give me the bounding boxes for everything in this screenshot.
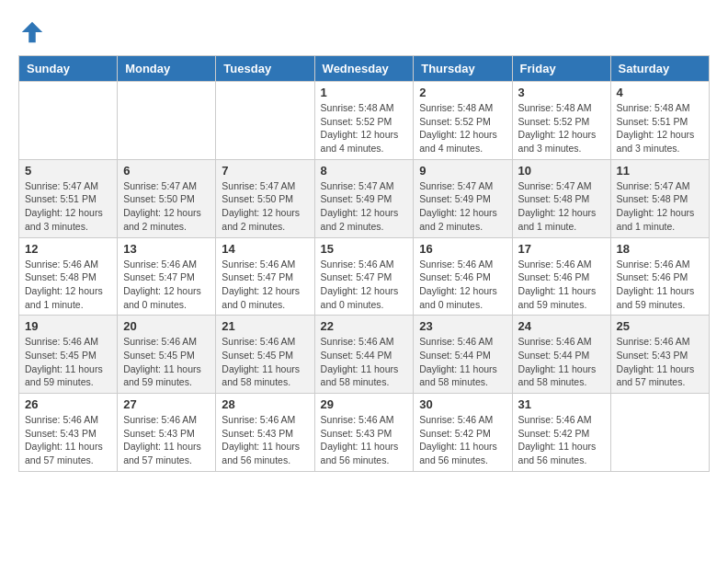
day-info: Sunrise: 5:46 AM Sunset: 5:45 PM Dayligh… — [25, 335, 111, 389]
calendar-cell — [19, 82, 118, 160]
calendar-cell: 25Sunrise: 5:46 AM Sunset: 5:43 PM Dayli… — [610, 316, 709, 394]
day-info: Sunrise: 5:47 AM Sunset: 5:48 PM Dayligh… — [617, 179, 703, 234]
calendar-cell: 26Sunrise: 5:46 AM Sunset: 5:43 PM Dayli… — [19, 394, 118, 472]
day-info: Sunrise: 5:48 AM Sunset: 5:51 PM Dayligh… — [617, 101, 703, 155]
day-info: Sunrise: 5:46 AM Sunset: 5:46 PM Dayligh… — [419, 258, 506, 312]
calendar-cell: 23Sunrise: 5:46 AM Sunset: 5:44 PM Dayli… — [414, 316, 512, 394]
day-info: Sunrise: 5:47 AM Sunset: 5:49 PM Dayligh… — [419, 179, 506, 234]
calendar-cell: 24Sunrise: 5:46 AM Sunset: 5:44 PM Dayli… — [512, 316, 610, 394]
day-header-tuesday: Tuesday — [216, 56, 314, 82]
day-number: 12 — [25, 242, 111, 256]
day-header-sunday: Sunday — [19, 56, 118, 82]
day-number: 7 — [222, 164, 308, 178]
day-number: 4 — [617, 86, 703, 99]
day-info: Sunrise: 5:46 AM Sunset: 5:46 PM Dayligh… — [518, 258, 605, 312]
day-header-wednesday: Wednesday — [314, 56, 414, 82]
calendar-cell: 4Sunrise: 5:48 AM Sunset: 5:51 PM Daylig… — [610, 82, 709, 160]
day-number: 28 — [222, 397, 308, 411]
calendar-cell — [610, 394, 709, 472]
calendar-cell: 12Sunrise: 5:46 AM Sunset: 5:48 PM Dayli… — [19, 237, 118, 316]
day-number: 9 — [419, 164, 506, 178]
calendar-cell: 3Sunrise: 5:48 AM Sunset: 5:52 PM Daylig… — [512, 82, 610, 160]
calendar: SundayMondayTuesdayWednesdayThursdayFrid… — [18, 55, 710, 472]
day-number: 30 — [419, 397, 506, 411]
day-number: 1 — [321, 86, 408, 99]
day-header-saturday: Saturday — [610, 56, 709, 82]
day-info: Sunrise: 5:46 AM Sunset: 5:44 PM Dayligh… — [518, 335, 605, 389]
day-number: 31 — [518, 397, 605, 411]
day-header-friday: Friday — [512, 56, 610, 82]
day-number: 13 — [123, 242, 210, 256]
day-header-thursday: Thursday — [414, 56, 512, 82]
logo-icon — [18, 18, 46, 46]
day-number: 17 — [518, 242, 605, 256]
calendar-cell: 16Sunrise: 5:46 AM Sunset: 5:46 PM Dayli… — [414, 237, 512, 316]
day-info: Sunrise: 5:47 AM Sunset: 5:49 PM Dayligh… — [321, 179, 408, 234]
calendar-week-row: 1Sunrise: 5:48 AM Sunset: 5:52 PM Daylig… — [19, 82, 710, 160]
calendar-cell: 28Sunrise: 5:46 AM Sunset: 5:43 PM Dayli… — [216, 394, 314, 472]
calendar-week-row: 5Sunrise: 5:47 AM Sunset: 5:51 PM Daylig… — [19, 159, 710, 237]
calendar-cell: 10Sunrise: 5:47 AM Sunset: 5:48 PM Dayli… — [512, 159, 610, 237]
day-info: Sunrise: 5:47 AM Sunset: 5:51 PM Dayligh… — [25, 179, 111, 234]
day-number: 6 — [123, 164, 210, 178]
calendar-header-row: SundayMondayTuesdayWednesdayThursdayFrid… — [19, 56, 710, 82]
day-number: 5 — [25, 164, 111, 178]
calendar-cell: 6Sunrise: 5:47 AM Sunset: 5:50 PM Daylig… — [118, 159, 216, 237]
calendar-cell: 27Sunrise: 5:46 AM Sunset: 5:43 PM Dayli… — [118, 394, 216, 472]
day-number: 15 — [321, 242, 408, 256]
calendar-cell: 30Sunrise: 5:46 AM Sunset: 5:42 PM Dayli… — [414, 394, 512, 472]
day-number: 23 — [419, 319, 506, 333]
day-number: 16 — [419, 242, 506, 256]
day-number: 26 — [25, 397, 111, 411]
day-number: 25 — [617, 319, 703, 333]
day-info: Sunrise: 5:46 AM Sunset: 5:43 PM Dayligh… — [123, 413, 210, 467]
calendar-cell — [216, 82, 314, 160]
day-info: Sunrise: 5:46 AM Sunset: 5:43 PM Dayligh… — [25, 413, 111, 467]
svg-marker-0 — [22, 22, 43, 43]
day-number: 19 — [25, 319, 111, 333]
day-number: 20 — [123, 319, 210, 333]
day-number: 10 — [518, 164, 605, 178]
calendar-cell — [118, 82, 216, 160]
calendar-cell: 15Sunrise: 5:46 AM Sunset: 5:47 PM Dayli… — [314, 237, 414, 316]
page-header — [18, 18, 710, 46]
day-header-monday: Monday — [118, 56, 216, 82]
day-info: Sunrise: 5:46 AM Sunset: 5:48 PM Dayligh… — [25, 258, 111, 312]
day-number: 18 — [617, 242, 703, 256]
day-info: Sunrise: 5:46 AM Sunset: 5:43 PM Dayligh… — [222, 413, 308, 467]
day-number: 2 — [419, 86, 506, 99]
day-info: Sunrise: 5:46 AM Sunset: 5:42 PM Dayligh… — [518, 413, 605, 467]
calendar-cell: 9Sunrise: 5:47 AM Sunset: 5:49 PM Daylig… — [414, 159, 512, 237]
day-number: 24 — [518, 319, 605, 333]
day-number: 29 — [321, 397, 408, 411]
day-number: 14 — [222, 242, 308, 256]
day-info: Sunrise: 5:46 AM Sunset: 5:43 PM Dayligh… — [321, 413, 408, 467]
day-info: Sunrise: 5:46 AM Sunset: 5:47 PM Dayligh… — [222, 258, 308, 312]
calendar-cell: 1Sunrise: 5:48 AM Sunset: 5:52 PM Daylig… — [314, 82, 414, 160]
day-info: Sunrise: 5:47 AM Sunset: 5:48 PM Dayligh… — [518, 179, 605, 234]
calendar-cell: 11Sunrise: 5:47 AM Sunset: 5:48 PM Dayli… — [610, 159, 709, 237]
day-info: Sunrise: 5:46 AM Sunset: 5:42 PM Dayligh… — [419, 413, 506, 467]
day-number: 3 — [518, 86, 605, 99]
calendar-cell: 31Sunrise: 5:46 AM Sunset: 5:42 PM Dayli… — [512, 394, 610, 472]
day-number: 8 — [321, 164, 408, 178]
calendar-week-row: 26Sunrise: 5:46 AM Sunset: 5:43 PM Dayli… — [19, 394, 710, 472]
day-info: Sunrise: 5:46 AM Sunset: 5:43 PM Dayligh… — [617, 335, 703, 389]
day-info: Sunrise: 5:46 AM Sunset: 5:47 PM Dayligh… — [321, 258, 408, 312]
calendar-cell: 29Sunrise: 5:46 AM Sunset: 5:43 PM Dayli… — [314, 394, 414, 472]
day-info: Sunrise: 5:46 AM Sunset: 5:44 PM Dayligh… — [321, 335, 408, 389]
day-info: Sunrise: 5:46 AM Sunset: 5:44 PM Dayligh… — [419, 335, 506, 389]
day-info: Sunrise: 5:46 AM Sunset: 5:47 PM Dayligh… — [123, 258, 210, 312]
day-number: 22 — [321, 319, 408, 333]
day-number: 21 — [222, 319, 308, 333]
calendar-cell: 18Sunrise: 5:46 AM Sunset: 5:46 PM Dayli… — [610, 237, 709, 316]
calendar-week-row: 12Sunrise: 5:46 AM Sunset: 5:48 PM Dayli… — [19, 237, 710, 316]
calendar-cell: 13Sunrise: 5:46 AM Sunset: 5:47 PM Dayli… — [118, 237, 216, 316]
calendar-cell: 5Sunrise: 5:47 AM Sunset: 5:51 PM Daylig… — [19, 159, 118, 237]
day-number: 11 — [617, 164, 703, 178]
day-info: Sunrise: 5:48 AM Sunset: 5:52 PM Dayligh… — [419, 101, 506, 155]
calendar-cell: 7Sunrise: 5:47 AM Sunset: 5:50 PM Daylig… — [216, 159, 314, 237]
calendar-cell: 22Sunrise: 5:46 AM Sunset: 5:44 PM Dayli… — [314, 316, 414, 394]
day-number: 27 — [123, 397, 210, 411]
day-info: Sunrise: 5:46 AM Sunset: 5:45 PM Dayligh… — [123, 335, 210, 389]
